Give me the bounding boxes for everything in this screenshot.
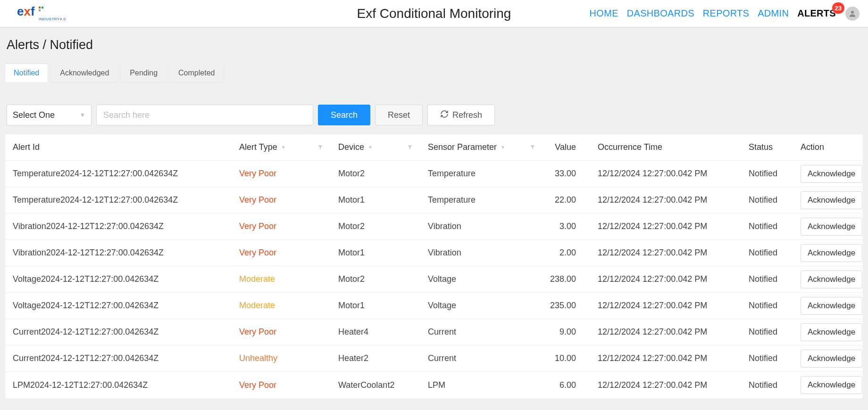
col-value[interactable]: Value <box>543 142 590 152</box>
cell-time: 12/12/2024 12:27:00.042 PM <box>590 248 741 258</box>
logo-icon: exf INDUSTRY4.0 <box>17 5 77 22</box>
cell-action: Acknowledge <box>793 191 868 209</box>
col-alert-type[interactable]: Alert Type ▼ <box>232 142 331 152</box>
cell-alert-type: Very Poor <box>232 248 331 258</box>
filter-icon[interactable] <box>317 142 323 152</box>
cell-status: Notified <box>741 353 793 363</box>
acknowledge-button[interactable]: Acknowledge <box>801 297 862 315</box>
cell-alert-id: LPM2024-12-12T12:27:00.042634Z <box>5 380 232 390</box>
cell-device: WaterCoolant2 <box>331 380 420 390</box>
tab-notified[interactable]: Notified <box>5 64 48 82</box>
cell-time: 12/12/2024 12:27:00.042 PM <box>590 380 741 390</box>
col-alert-id[interactable]: Alert Id <box>5 142 232 152</box>
tab-acknowledged[interactable]: Acknowledged <box>51 64 118 82</box>
table-row: Voltage2024-12-12T12:27:00.042634ZModera… <box>5 266 863 293</box>
svg-text:INDUSTRY4.0: INDUSTRY4.0 <box>39 17 66 21</box>
col-value-label: Value <box>555 142 576 152</box>
cell-alert-type: Very Poor <box>232 195 331 205</box>
cell-sensor: Temperature <box>420 169 543 179</box>
cell-action: Acknowledge <box>793 376 868 394</box>
col-alert-id-label: Alert Id <box>13 142 40 152</box>
col-sensor[interactable]: Sensor Parameter ▼ <box>420 142 543 152</box>
cell-status: Notified <box>741 221 793 231</box>
nav-admin[interactable]: ADMIN <box>756 6 791 21</box>
cell-value: 238.00 <box>543 274 590 284</box>
user-icon <box>848 9 857 18</box>
cell-alert-id: Voltage2024-12-12T12:27:00.042634Z <box>5 301 232 311</box>
acknowledge-button[interactable]: Acknowledge <box>801 244 862 262</box>
svg-rect-1 <box>39 7 41 8</box>
cell-action: Acknowledge <box>793 297 868 315</box>
col-status[interactable]: Status <box>741 142 793 152</box>
cell-alert-id: Vibration2024-12-12T12:27:00.042634Z <box>5 221 232 231</box>
col-device-label: Device <box>338 142 364 152</box>
search-input[interactable] <box>96 105 313 125</box>
cell-time: 12/12/2024 12:27:00.042 PM <box>590 221 741 231</box>
acknowledge-button[interactable]: Acknowledge <box>801 165 862 183</box>
table-row: Temperature2024-12-12T12:27:00.042634ZVe… <box>5 187 863 213</box>
cell-status: Notified <box>741 327 793 337</box>
table-row: Voltage2024-12-12T12:27:00.042634ZModera… <box>5 293 863 319</box>
page: Alerts / Notified Notified Acknowledged … <box>0 27 868 399</box>
filter-select[interactable]: Select One ▼ <box>7 105 92 125</box>
table-row: Vibration2024-12-12T12:27:00.042634ZVery… <box>5 240 863 266</box>
cell-value: 22.00 <box>543 195 590 205</box>
cell-device: Motor1 <box>331 248 420 258</box>
cell-alert-id: Voltage2024-12-12T12:27:00.042634Z <box>5 274 232 284</box>
tab-completed[interactable]: Completed <box>169 64 224 82</box>
refresh-icon <box>440 110 449 121</box>
acknowledge-button[interactable]: Acknowledge <box>801 350 862 368</box>
table-row: LPM2024-12-12T12:27:00.042634ZVery PoorW… <box>5 372 863 398</box>
cell-value: 10.00 <box>543 353 590 363</box>
cell-value: 33.00 <box>543 169 590 179</box>
col-device[interactable]: Device ▼ <box>331 142 420 152</box>
svg-rect-3 <box>39 9 41 11</box>
col-action-label: Action <box>801 142 824 152</box>
table-body: Temperature2024-12-12T12:27:00.042634ZVe… <box>5 161 863 398</box>
svg-rect-2 <box>42 7 43 8</box>
col-time[interactable]: Occurrence Time <box>590 142 741 152</box>
svg-text:exf: exf <box>17 5 35 18</box>
cell-device: Motor1 <box>331 301 420 311</box>
nav-alerts[interactable]: ALERTS <box>795 6 838 20</box>
cell-value: 3.00 <box>543 221 590 231</box>
reset-button[interactable]: Reset <box>375 105 423 125</box>
nav-dashboards[interactable]: DASHBOARDS <box>625 6 696 21</box>
col-time-label: Occurrence Time <box>598 142 662 152</box>
acknowledge-button[interactable]: Acknowledge <box>801 376 862 394</box>
alerts-badge: 23 <box>832 2 844 14</box>
cell-alert-type: Unhealthy <box>232 353 331 363</box>
table-row: Current2024-12-12T12:27:00.042634ZUnheal… <box>5 345 863 372</box>
cell-status: Notified <box>741 195 793 205</box>
filter-icon[interactable] <box>407 142 413 152</box>
refresh-button[interactable]: Refresh <box>427 105 495 125</box>
nav-alerts-wrap: ALERTS 23 <box>795 8 838 19</box>
cell-action: Acknowledge <box>793 218 868 236</box>
nav-reports[interactable]: REPORTS <box>701 6 751 21</box>
acknowledge-button[interactable]: Acknowledge <box>801 323 862 341</box>
filter-icon[interactable] <box>530 142 535 152</box>
cell-time: 12/12/2024 12:27:00.042 PM <box>590 195 741 205</box>
acknowledge-button[interactable]: Acknowledge <box>801 271 862 288</box>
cell-sensor: Voltage <box>420 274 543 284</box>
search-button[interactable]: Search <box>318 105 370 125</box>
cell-action: Acknowledge <box>793 271 868 288</box>
avatar[interactable] <box>845 7 860 21</box>
cell-sensor: Voltage <box>420 301 543 311</box>
nav-home[interactable]: HOME <box>588 6 620 21</box>
table-row: Vibration2024-12-12T12:27:00.042634ZVery… <box>5 213 863 240</box>
cell-device: Motor1 <box>331 195 420 205</box>
acknowledge-button[interactable]: Acknowledge <box>801 218 862 236</box>
cell-alert-type: Moderate <box>232 301 331 311</box>
sort-icon: ▼ <box>501 145 505 150</box>
logo[interactable]: exf INDUSTRY4.0 <box>8 5 79 22</box>
col-alert-type-label: Alert Type <box>239 142 277 152</box>
cell-status: Notified <box>741 301 793 311</box>
acknowledge-button[interactable]: Acknowledge <box>801 191 862 209</box>
cell-alert-id: Temperature2024-12-12T12:27:00.042634Z <box>5 195 232 205</box>
tabs: Notified Acknowledged Pending Completed <box>5 64 863 82</box>
tab-pending[interactable]: Pending <box>121 64 167 82</box>
cell-sensor: Temperature <box>420 195 543 205</box>
cell-alert-type: Very Poor <box>232 327 331 337</box>
cell-value: 6.00 <box>543 380 590 390</box>
